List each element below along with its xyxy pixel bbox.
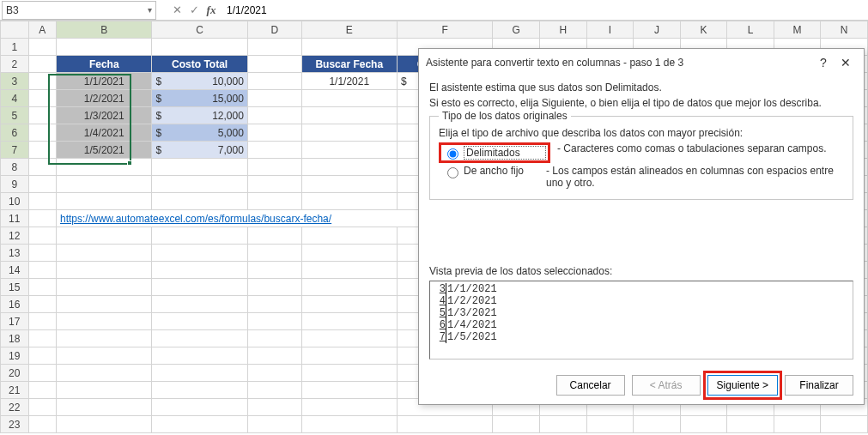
row-header[interactable]: 17	[1, 313, 29, 330]
cell[interactable]	[152, 365, 247, 382]
finish-button[interactable]: Finalizar	[785, 375, 853, 396]
col-header[interactable]: G	[493, 21, 540, 39]
row-header[interactable]: 22	[1, 399, 29, 416]
cell[interactable]	[152, 330, 247, 347]
formula-input[interactable]	[220, 2, 868, 19]
data-preview[interactable]: 31/1/202141/2/202151/3/202161/4/202171/5…	[429, 281, 853, 359]
cell[interactable]	[301, 245, 397, 262]
cell[interactable]	[57, 159, 152, 176]
cell[interactable]	[247, 159, 301, 176]
cell[interactable]	[152, 296, 247, 313]
hyperlink[interactable]: https://www.automateexcel.com/es/formula…	[60, 213, 331, 225]
cell[interactable]	[247, 107, 301, 124]
cell[interactable]: 1/5/2021	[57, 142, 152, 159]
name-box[interactable]: B3 ▾	[2, 1, 156, 20]
cell[interactable]	[152, 382, 247, 399]
cell[interactable]	[680, 416, 727, 433]
name-box-dropdown-icon[interactable]: ▾	[148, 5, 152, 15]
cell[interactable]	[398, 416, 493, 433]
cell[interactable]	[493, 416, 540, 433]
dialog-help-button[interactable]: ?	[812, 54, 835, 71]
cell[interactable]	[247, 227, 301, 245]
select-all-corner[interactable]	[1, 21, 29, 39]
cell[interactable]	[28, 416, 57, 433]
cell[interactable]	[821, 416, 868, 433]
cell[interactable]	[28, 245, 57, 262]
cell[interactable]: 1/2/2021	[57, 90, 152, 107]
cell[interactable]	[301, 330, 397, 347]
cell[interactable]	[28, 107, 57, 124]
cell[interactable]	[57, 227, 152, 245]
col-header[interactable]: H	[540, 21, 587, 39]
row-header[interactable]: 5	[1, 107, 29, 124]
cell[interactable]: 1/1/2021	[57, 73, 152, 90]
cell[interactable]	[301, 124, 397, 142]
col-header[interactable]: E	[301, 21, 397, 39]
next-button[interactable]: Siguiente >	[707, 375, 778, 396]
cell[interactable]	[727, 416, 774, 433]
row-header[interactable]: 3	[1, 73, 29, 90]
cell[interactable]: $10,000	[152, 73, 247, 90]
cell[interactable]	[301, 90, 397, 107]
cell[interactable]	[247, 296, 301, 313]
row-header[interactable]: 13	[1, 245, 29, 262]
col-header[interactable]: K	[680, 21, 727, 39]
cell[interactable]	[28, 262, 57, 279]
cell[interactable]	[152, 193, 247, 210]
cell[interactable]: 1/3/2021	[57, 107, 152, 124]
cell[interactable]	[301, 365, 397, 382]
cell[interactable]	[28, 39, 57, 56]
cell[interactable]	[247, 245, 301, 262]
cell[interactable]	[247, 399, 301, 416]
cell[interactable]	[152, 313, 247, 330]
cell[interactable]: $5,000	[152, 124, 247, 142]
row-header[interactable]: 4	[1, 90, 29, 107]
cell[interactable]	[57, 39, 152, 56]
cell[interactable]	[301, 262, 397, 279]
col-header[interactable]: L	[727, 21, 774, 39]
row-header[interactable]: 21	[1, 382, 29, 399]
col-header[interactable]: A	[28, 21, 57, 39]
cell[interactable]	[247, 39, 301, 56]
cell[interactable]: $12,000	[152, 107, 247, 124]
cell[interactable]	[28, 347, 57, 365]
cell[interactable]	[586, 416, 634, 433]
cell[interactable]	[247, 416, 301, 433]
cell[interactable]: $7,000	[152, 142, 247, 159]
cell[interactable]	[57, 382, 152, 399]
row-header[interactable]: 23	[1, 416, 29, 433]
col-header[interactable]: M	[774, 21, 821, 39]
cell[interactable]	[301, 296, 397, 313]
col-header[interactable]: N	[821, 21, 868, 39]
cell[interactable]	[57, 330, 152, 347]
col-header[interactable]: D	[247, 21, 301, 39]
cell[interactable]	[247, 176, 301, 193]
cell[interactable]	[301, 382, 397, 399]
cell[interactable]	[247, 73, 301, 90]
cell[interactable]: Fecha	[57, 56, 152, 73]
col-header[interactable]: J	[634, 21, 681, 39]
cell[interactable]	[301, 39, 397, 56]
cell[interactable]	[247, 382, 301, 399]
cell[interactable]	[152, 399, 247, 416]
cell[interactable]	[28, 56, 57, 73]
cell[interactable]	[247, 124, 301, 142]
cell[interactable]	[301, 193, 397, 210]
cell[interactable]	[247, 90, 301, 107]
cell[interactable]	[152, 159, 247, 176]
cancel-button[interactable]: Cancelar	[556, 375, 625, 396]
cell[interactable]	[57, 279, 152, 296]
cell[interactable]	[247, 279, 301, 296]
dialog-titlebar[interactable]: Asistente para convertir texto en column…	[419, 49, 864, 76]
cell[interactable]	[247, 56, 301, 73]
cell[interactable]: $15,000	[152, 90, 247, 107]
row-header[interactable]: 7	[1, 142, 29, 159]
cell[interactable]	[28, 73, 57, 90]
row-header[interactable]: 14	[1, 262, 29, 279]
cell[interactable]	[28, 124, 57, 142]
radio-delimited[interactable]	[447, 148, 458, 160]
row-header[interactable]: 15	[1, 279, 29, 296]
cell[interactable]	[57, 176, 152, 193]
cell[interactable]	[28, 296, 57, 313]
cell[interactable]	[301, 416, 397, 433]
